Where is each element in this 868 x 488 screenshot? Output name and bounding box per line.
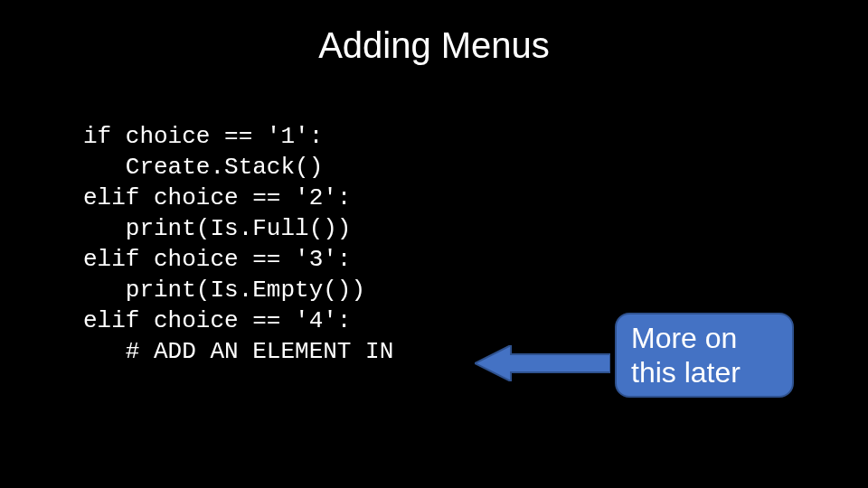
svg-marker-0 xyxy=(475,345,610,381)
arrow-left-icon xyxy=(475,345,610,381)
code-block: if choice == '1': Create.Stack() elif ch… xyxy=(83,121,393,367)
callout-line-1: More on xyxy=(631,321,778,355)
callout-line-2: this later xyxy=(631,355,778,389)
callout-box: More on this later xyxy=(615,313,794,398)
slide: Adding Menus if choice == '1': Create.St… xyxy=(0,0,868,488)
slide-title: Adding Menus xyxy=(0,25,868,66)
